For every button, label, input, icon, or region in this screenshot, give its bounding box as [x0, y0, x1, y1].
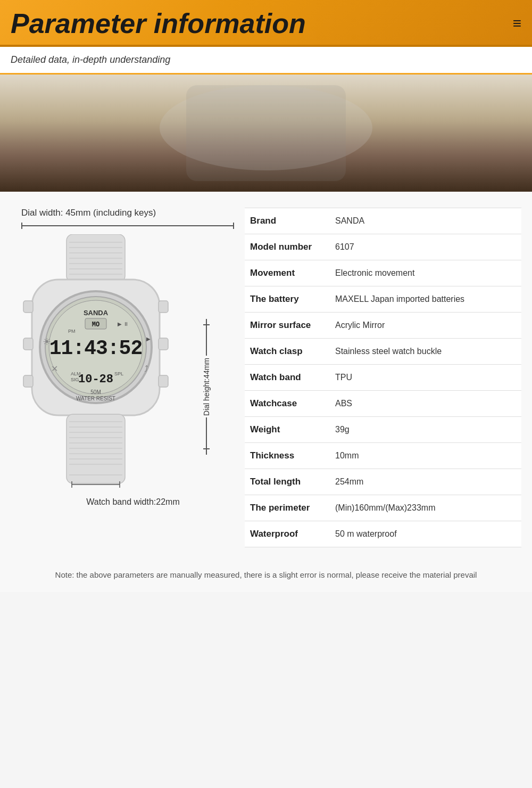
svg-rect-16 [159, 338, 168, 350]
spec-value-0: SANDA [335, 216, 364, 226]
watch-diagram-panel: Dial width: 45mm (including keys) [11, 208, 234, 547]
spec-label-5: Watch clasp [250, 346, 325, 357]
spec-value-1: 6107 [335, 242, 354, 252]
spec-row-8: Weight39g [245, 417, 521, 443]
height-bracket-line2 [206, 417, 207, 448]
spec-row-4: Mirror surfaceAcrylic Mirror [245, 313, 521, 339]
watch-diagram-container: SANDA MO ▶ ⏸ PM ☀ 11:43:52 ▶ [11, 234, 234, 492]
dial-width-label: Dial width: 45mm (including keys) [11, 208, 234, 218]
spec-label-11: The perimeter [250, 503, 325, 513]
svg-text:SANDA: SANDA [84, 309, 109, 317]
spec-value-7: ABS [335, 399, 352, 408]
spec-label-2: Movement [250, 268, 325, 278]
spec-value-5: Stainless steel watch buckle [335, 347, 442, 356]
spec-label-8: Weight [250, 424, 325, 435]
main-content: Dial width: 45mm (including keys) [0, 192, 532, 558]
svg-text:MO: MO [92, 321, 99, 329]
dial-height-bracket: Dial height:44mm [202, 319, 211, 455]
spec-label-0: Brand [250, 216, 325, 226]
svg-text:50M: 50M [90, 389, 101, 395]
specs-table: BrandSANDAModel number6107MovementElectr… [245, 208, 521, 547]
svg-rect-13 [23, 338, 33, 350]
spec-row-12: Waterproof50 m waterproof [245, 521, 521, 547]
ruler-line [22, 225, 233, 226]
spec-value-4: Acrylic Mirror [335, 321, 385, 330]
spec-value-3: MAXELL Japan imported batteries [335, 294, 464, 304]
svg-text:⤴: ⤴ [144, 364, 148, 373]
specs-panel: BrandSANDAModel number6107MovementElectr… [245, 208, 521, 547]
spec-label-7: Watchcase [250, 398, 325, 409]
dial-width-ruler [11, 223, 234, 229]
dial-height-label: Dial height:44mm [202, 356, 211, 418]
header: Parameter information ≡ [0, 0, 532, 47]
spec-value-6: TPU [335, 373, 352, 382]
spec-value-8: 39g [335, 425, 350, 434]
spec-value-12: 50 m waterproof [335, 529, 397, 539]
spec-value-9: 10mm [335, 451, 359, 461]
spec-row-11: The perimeter(Min)160mm/(Max)233mm [245, 495, 521, 521]
ruler-right-end [233, 223, 234, 229]
svg-rect-2 [186, 85, 346, 181]
band-width-label: Watch band width:22mm [11, 497, 234, 507]
svg-rect-15 [159, 301, 168, 313]
svg-text:10-28: 10-28 [78, 373, 113, 386]
subtitle-bar: Detailed data, in-depth understanding [0, 47, 532, 75]
svg-text:11:43:52: 11:43:52 [49, 337, 142, 360]
spec-label-3: The battery [250, 294, 325, 305]
svg-text:✕: ✕ [51, 364, 58, 373]
spec-row-1: Model number6107 [245, 234, 521, 260]
watch-illustration: SANDA MO ▶ ⏸ PM ☀ 11:43:52 ▶ [16, 234, 197, 492]
svg-text:SPL: SPL [114, 371, 123, 376]
spec-row-10: Total length254mm [245, 469, 521, 495]
spec-row-5: Watch claspStainless steel watch buckle [245, 339, 521, 365]
height-bracket-bottom [206, 449, 207, 455]
subtitle-text: Detailed data, in-depth understanding [11, 54, 170, 65]
svg-text:▶: ▶ [118, 321, 122, 327]
spec-value-11: (Min)160mm/(Max)233mm [335, 503, 435, 513]
svg-text:WATER RESIST: WATER RESIST [76, 396, 115, 401]
spec-row-3: The batteryMAXELL Japan imported batteri… [245, 286, 521, 313]
spec-label-9: Thickness [250, 450, 325, 461]
spec-value-2: Electronic movement [335, 268, 414, 278]
background-image-area [0, 75, 532, 192]
svg-rect-38 [66, 414, 125, 483]
svg-text:PM: PM [68, 329, 76, 334]
spec-label-1: Model number [250, 242, 325, 252]
svg-rect-14 [23, 375, 33, 387]
svg-rect-17 [159, 375, 168, 387]
spec-row-7: WatchcaseABS [245, 391, 521, 417]
svg-text:⏸: ⏸ [123, 321, 129, 327]
spec-label-4: Mirror surface [250, 320, 325, 331]
spec-row-2: MovementElectronic movement [245, 260, 521, 286]
note-section: Note: the above parameters are manually … [0, 558, 532, 592]
spec-label-10: Total length [250, 477, 325, 487]
svg-rect-12 [23, 301, 33, 313]
menu-icon[interactable]: ≡ [513, 15, 521, 32]
note-text: Note: the above parameters are manually … [55, 570, 477, 579]
spec-row-6: Watch bandTPU [245, 365, 521, 391]
spec-value-10: 254mm [335, 477, 363, 487]
spec-label-12: Waterproof [250, 529, 325, 539]
spec-row-0: BrandSANDA [245, 208, 521, 234]
height-bracket-top [206, 319, 207, 324]
svg-text:▶: ▶ [146, 336, 151, 342]
spec-label-6: Watch band [250, 372, 325, 383]
page-title: Parameter information [11, 10, 306, 37]
spec-row-9: Thickness10mm [245, 443, 521, 469]
height-bracket-line [206, 325, 207, 356]
